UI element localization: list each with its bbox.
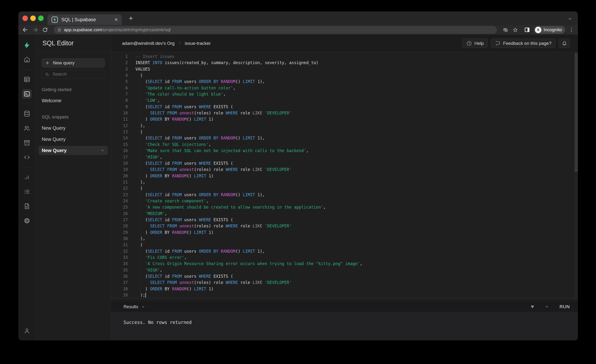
maximize-window-button[interactable] bbox=[38, 15, 44, 21]
bookmark-star-icon[interactable] bbox=[512, 27, 518, 33]
sql-code-editor[interactable]: 1-- Insert issues2INSERT INTO issues(cre… bbox=[111, 52, 578, 299]
line-content: (SELECT id FROM users WHERE EXISTS ( bbox=[135, 273, 233, 279]
code-line: 14 (SELECT id FROM users ORDER BY RANDOM… bbox=[111, 135, 578, 141]
line-content: 'A new component should be created to al… bbox=[135, 204, 326, 210]
address-bar[interactable]: app.supabase.com/project/azahtnhqohyjerz… bbox=[54, 26, 497, 34]
feedback-button[interactable]: Feedback on this page? bbox=[491, 39, 555, 48]
forward-button[interactable] bbox=[32, 27, 38, 33]
results-message: Success. No rows returned bbox=[124, 320, 192, 325]
line-number: 19 bbox=[111, 166, 128, 173]
table-editor-icon[interactable] bbox=[22, 74, 32, 84]
code-line: 6 'Update call-to-action button color', bbox=[111, 85, 578, 91]
tab-search-chevron-icon[interactable] bbox=[567, 16, 573, 22]
storage-icon[interactable] bbox=[22, 138, 32, 148]
line-number: 29 bbox=[111, 229, 128, 236]
code-line: 35 'HIGH', bbox=[111, 267, 578, 273]
favorite-heart-icon[interactable]: ♥ bbox=[531, 304, 534, 309]
line-number: 11 bbox=[111, 116, 128, 122]
back-button[interactable] bbox=[22, 27, 28, 33]
new-query-button[interactable]: New query bbox=[42, 58, 105, 67]
line-content: 'Fix CORS error', bbox=[135, 254, 187, 260]
editor-results-divider bbox=[111, 299, 578, 302]
line-content: ); bbox=[135, 292, 146, 298]
line-number: 39 bbox=[111, 292, 128, 298]
sidebar-item-query-1[interactable]: New Query bbox=[42, 125, 105, 131]
eye-off-icon[interactable] bbox=[503, 27, 508, 33]
edge-functions-icon[interactable] bbox=[22, 153, 32, 162]
editor-scrollbar[interactable] bbox=[574, 52, 578, 298]
line-content: 'HIGH', bbox=[135, 154, 162, 160]
supabase-logo[interactable] bbox=[22, 40, 32, 50]
close-window-button[interactable] bbox=[22, 15, 28, 21]
scrollbar-thumb[interactable] bbox=[574, 53, 578, 171]
chevron-down-icon[interactable] bbox=[100, 148, 105, 153]
database-icon[interactable] bbox=[22, 109, 32, 119]
code-line: 4 ( bbox=[111, 72, 578, 78]
results-dropdown-label[interactable]: Results bbox=[124, 304, 138, 309]
sidebar-item-query-2[interactable]: New Query bbox=[42, 137, 105, 142]
search-field[interactable] bbox=[42, 70, 105, 78]
line-number: 33 bbox=[111, 254, 128, 260]
code-line: 17 'HIGH', bbox=[111, 154, 578, 160]
account-icon[interactable] bbox=[22, 326, 32, 336]
search-input[interactable] bbox=[52, 71, 102, 77]
url-text: app.supabase.com/project/azahtnhqohyjerz… bbox=[64, 27, 171, 32]
line-number: 28 bbox=[111, 223, 128, 229]
line-content: ), bbox=[135, 123, 145, 129]
reports-icon[interactable] bbox=[22, 172, 32, 182]
line-number: 36 bbox=[111, 273, 128, 279]
run-button[interactable]: RUN bbox=[559, 304, 570, 309]
minimize-window-button[interactable] bbox=[30, 15, 36, 21]
settings-gear-icon[interactable] bbox=[22, 216, 32, 225]
browser-menu-icon[interactable]: ⋮ bbox=[569, 27, 574, 32]
window-controls bbox=[22, 15, 44, 21]
code-line: 38 ) ORDER BY RANDOM() LIMIT 1) bbox=[111, 286, 578, 292]
code-line: 9 (SELECT id FROM users WHERE EXISTS ( bbox=[111, 104, 578, 110]
line-content: (SELECT id FROM users ORDER BY RANDOM() … bbox=[135, 192, 265, 198]
line-number: 14 bbox=[111, 135, 128, 141]
rail-divider bbox=[22, 104, 32, 104]
code-line: 27 (SELECT id FROM users WHERE EXISTS ( bbox=[111, 217, 578, 223]
line-content: 'HIGH', bbox=[135, 267, 162, 273]
line-content: ) ORDER BY RANDOM() LIMIT 1) bbox=[135, 116, 214, 122]
side-panel-icon[interactable] bbox=[524, 27, 530, 33]
results-chevron-icon[interactable] bbox=[141, 305, 145, 309]
tab-close-icon[interactable]: ✕ bbox=[114, 17, 118, 22]
line-number: 37 bbox=[111, 279, 128, 286]
logs-icon[interactable] bbox=[22, 187, 32, 196]
incognito-badge[interactable]: Incognito bbox=[534, 26, 565, 34]
run-options-chevron-icon[interactable] bbox=[544, 305, 549, 309]
line-content: VALUES bbox=[135, 66, 150, 72]
breadcrumb-project[interactable]: issue-tracker bbox=[185, 41, 211, 46]
help-button[interactable]: Help bbox=[462, 39, 488, 48]
sidebar-item-query-active[interactable]: New Query bbox=[39, 146, 108, 155]
new-tab-button[interactable]: + bbox=[127, 14, 135, 22]
line-content: (SELECT id FROM users ORDER BY RANDOM() … bbox=[135, 248, 265, 254]
browser-tab[interactable]: SQL | Supabase ✕ bbox=[47, 14, 122, 25]
text-cursor bbox=[145, 293, 146, 297]
line-number: 20 bbox=[111, 173, 128, 179]
line-number: 17 bbox=[111, 154, 128, 160]
line-number: 5 bbox=[111, 78, 128, 85]
lock-icon bbox=[57, 28, 61, 32]
notifications-button[interactable] bbox=[559, 39, 570, 48]
line-number: 32 bbox=[111, 248, 128, 254]
line-number: 9 bbox=[111, 104, 128, 110]
line-content: ( bbox=[135, 72, 143, 78]
sidebar-item-welcome[interactable]: Welcome bbox=[42, 98, 105, 104]
sql-editor-icon[interactable] bbox=[22, 89, 32, 99]
api-docs-icon[interactable] bbox=[22, 201, 32, 211]
line-number: 27 bbox=[111, 217, 128, 223]
auth-users-icon[interactable] bbox=[22, 124, 32, 133]
code-line: 29 ) ORDER BY RANDOM() LIMIT 1) bbox=[111, 229, 578, 236]
browser-toolbar: app.supabase.com/project/azahtnhqohyjerz… bbox=[18, 25, 578, 35]
reload-button[interactable] bbox=[42, 27, 48, 33]
page-title: SQL Editor bbox=[42, 40, 74, 47]
code-line: 11 ) ORDER BY RANDOM() LIMIT 1) bbox=[111, 116, 578, 122]
screen: SQL | Supabase ✕ + bbox=[0, 0, 596, 364]
nav-rail bbox=[18, 35, 36, 340]
line-content: ) ORDER BY RANDOM() LIMIT 1) bbox=[135, 229, 214, 236]
line-content: ) ORDER BY RANDOM() LIMIT 1) bbox=[135, 173, 214, 179]
breadcrumb-org[interactable]: adam@windmill.dev's Org bbox=[122, 41, 174, 46]
home-icon[interactable] bbox=[22, 55, 32, 64]
